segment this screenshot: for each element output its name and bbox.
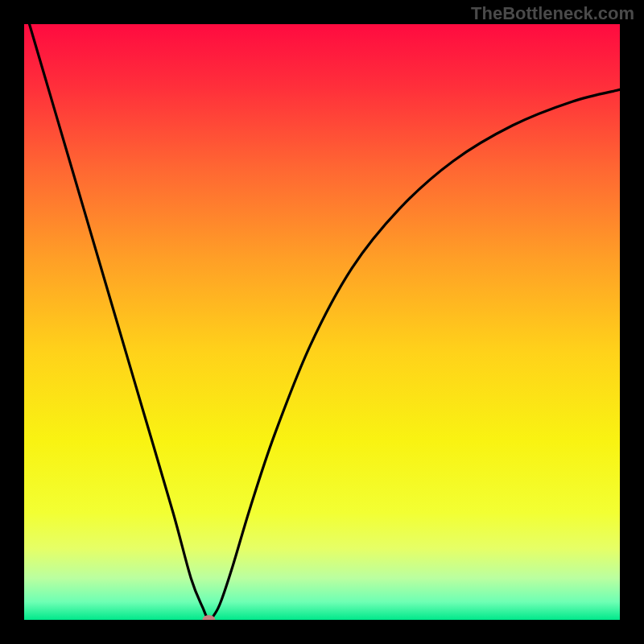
optimum-marker (202, 615, 215, 625)
watermark-text: TheBottleneck.com (471, 3, 634, 24)
bottleneck-chart (0, 0, 644, 644)
chart-frame: TheBottleneck.com (0, 0, 644, 644)
